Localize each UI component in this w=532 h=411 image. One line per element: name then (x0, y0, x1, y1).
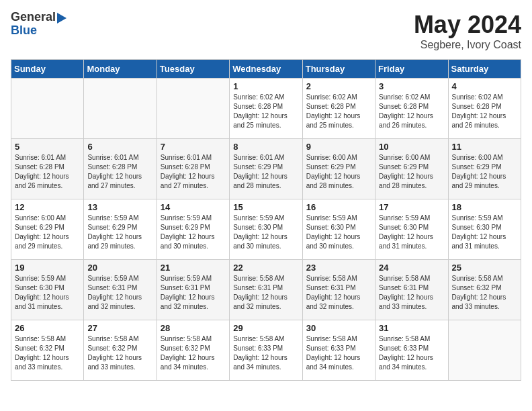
calendar-cell: 13Sunrise: 5:59 AM Sunset: 6:29 PM Dayli… (84, 199, 157, 260)
title-block: May 2024 Segbere, Ivory Coast (414, 11, 521, 51)
weekday-header-tuesday: Tuesday (157, 60, 229, 79)
calendar-cell: 4Sunrise: 6:02 AM Sunset: 6:28 PM Daylig… (448, 79, 521, 139)
day-number: 18 (452, 202, 517, 212)
location-subtitle: Segbere, Ivory Coast (414, 39, 521, 51)
calendar-week-row: 1Sunrise: 6:02 AM Sunset: 6:28 PM Daylig… (11, 79, 521, 139)
calendar-cell: 10Sunrise: 6:00 AM Sunset: 6:29 PM Dayli… (375, 139, 448, 199)
day-info: Sunrise: 6:00 AM Sunset: 6:29 PM Dayligh… (379, 153, 444, 191)
calendar-week-row: 12Sunrise: 6:00 AM Sunset: 6:29 PM Dayli… (11, 199, 521, 260)
calendar-cell: 6Sunrise: 6:01 AM Sunset: 6:28 PM Daylig… (84, 139, 157, 199)
day-number: 5 (15, 142, 80, 152)
logo-arrow-icon (57, 13, 66, 24)
day-number: 3 (379, 81, 444, 91)
calendar-cell (11, 79, 84, 139)
day-number: 14 (161, 202, 226, 212)
calendar-cell: 5Sunrise: 6:01 AM Sunset: 6:28 PM Daylig… (11, 139, 84, 199)
day-info: Sunrise: 6:02 AM Sunset: 6:28 PM Dayligh… (233, 93, 298, 130)
day-info: Sunrise: 6:01 AM Sunset: 6:28 PM Dayligh… (15, 153, 80, 191)
day-info: Sunrise: 5:59 AM Sunset: 6:30 PM Dayligh… (452, 214, 517, 251)
day-info: Sunrise: 5:58 AM Sunset: 6:33 PM Dayligh… (379, 334, 444, 372)
day-info: Sunrise: 6:02 AM Sunset: 6:28 PM Dayligh… (306, 93, 371, 130)
day-info: Sunrise: 5:59 AM Sunset: 6:30 PM Dayligh… (15, 274, 80, 312)
day-number: 24 (379, 263, 444, 273)
day-info: Sunrise: 6:01 AM Sunset: 6:28 PM Dayligh… (87, 153, 152, 191)
day-number: 25 (452, 263, 517, 273)
calendar-week-row: 5Sunrise: 6:01 AM Sunset: 6:28 PM Daylig… (11, 139, 521, 199)
day-info: Sunrise: 5:59 AM Sunset: 6:29 PM Dayligh… (87, 214, 152, 251)
day-number: 28 (161, 323, 226, 333)
calendar-cell: 26Sunrise: 5:58 AM Sunset: 6:32 PM Dayli… (11, 320, 84, 381)
day-info: Sunrise: 6:00 AM Sunset: 6:29 PM Dayligh… (15, 214, 80, 251)
logo-text-blue: Blue (11, 24, 66, 38)
calendar-cell: 16Sunrise: 5:59 AM Sunset: 6:30 PM Dayli… (302, 199, 375, 260)
day-number: 29 (233, 323, 298, 333)
day-info: Sunrise: 5:58 AM Sunset: 6:33 PM Dayligh… (233, 334, 298, 372)
day-number: 8 (233, 142, 298, 152)
day-number: 31 (379, 323, 444, 333)
day-number: 22 (233, 263, 298, 273)
day-info: Sunrise: 6:02 AM Sunset: 6:28 PM Dayligh… (452, 93, 517, 130)
calendar-cell: 28Sunrise: 5:58 AM Sunset: 6:32 PM Dayli… (157, 320, 229, 381)
day-number: 17 (379, 202, 444, 212)
calendar-cell: 12Sunrise: 6:00 AM Sunset: 6:29 PM Dayli… (11, 199, 84, 260)
calendar-cell: 31Sunrise: 5:58 AM Sunset: 6:33 PM Dayli… (375, 320, 448, 381)
day-number: 4 (452, 81, 517, 91)
day-info: Sunrise: 5:59 AM Sunset: 6:29 PM Dayligh… (161, 214, 226, 251)
day-info: Sunrise: 5:58 AM Sunset: 6:32 PM Dayligh… (15, 334, 80, 372)
day-number: 2 (306, 81, 371, 91)
day-number: 30 (306, 323, 371, 333)
day-number: 23 (306, 263, 371, 273)
weekday-header-sunday: Sunday (11, 60, 84, 79)
day-number: 26 (15, 323, 80, 333)
logo-text-general: General (11, 11, 56, 24)
weekday-header-wednesday: Wednesday (230, 60, 302, 79)
calendar-cell: 2Sunrise: 6:02 AM Sunset: 6:28 PM Daylig… (302, 79, 375, 139)
calendar-cell: 21Sunrise: 5:59 AM Sunset: 6:31 PM Dayli… (157, 260, 229, 320)
day-info: Sunrise: 5:59 AM Sunset: 6:30 PM Dayligh… (233, 214, 298, 251)
day-info: Sunrise: 5:58 AM Sunset: 6:31 PM Dayligh… (379, 274, 444, 312)
calendar-cell: 1Sunrise: 6:02 AM Sunset: 6:28 PM Daylig… (230, 79, 302, 139)
day-info: Sunrise: 5:58 AM Sunset: 6:31 PM Dayligh… (306, 274, 371, 312)
calendar-week-row: 26Sunrise: 5:58 AM Sunset: 6:32 PM Dayli… (11, 320, 521, 381)
day-info: Sunrise: 6:00 AM Sunset: 6:29 PM Dayligh… (306, 153, 371, 191)
day-number: 21 (161, 263, 226, 273)
day-number: 9 (306, 142, 371, 152)
day-info: Sunrise: 5:59 AM Sunset: 6:30 PM Dayligh… (306, 214, 371, 251)
weekday-header-thursday: Thursday (302, 60, 375, 79)
calendar-cell: 8Sunrise: 6:01 AM Sunset: 6:29 PM Daylig… (230, 139, 302, 199)
calendar-cell: 27Sunrise: 5:58 AM Sunset: 6:32 PM Dayli… (84, 320, 157, 381)
day-info: Sunrise: 6:02 AM Sunset: 6:28 PM Dayligh… (379, 93, 444, 130)
day-number: 16 (306, 202, 371, 212)
day-info: Sunrise: 5:58 AM Sunset: 6:31 PM Dayligh… (233, 274, 298, 312)
day-info: Sunrise: 6:01 AM Sunset: 6:29 PM Dayligh… (233, 153, 298, 191)
day-info: Sunrise: 5:58 AM Sunset: 6:33 PM Dayligh… (306, 334, 371, 372)
calendar-cell: 17Sunrise: 5:59 AM Sunset: 6:30 PM Dayli… (375, 199, 448, 260)
calendar-cell: 29Sunrise: 5:58 AM Sunset: 6:33 PM Dayli… (230, 320, 302, 381)
calendar-cell: 15Sunrise: 5:59 AM Sunset: 6:30 PM Dayli… (230, 199, 302, 260)
day-info: Sunrise: 5:59 AM Sunset: 6:31 PM Dayligh… (87, 274, 152, 312)
page-header: General Blue May 2024 Segbere, Ivory Coa… (11, 11, 521, 51)
calendar-cell: 14Sunrise: 5:59 AM Sunset: 6:29 PM Dayli… (157, 199, 229, 260)
calendar-table: SundayMondayTuesdayWednesdayThursdayFrid… (11, 59, 521, 381)
calendar-cell: 11Sunrise: 6:00 AM Sunset: 6:29 PM Dayli… (448, 139, 521, 199)
calendar-cell: 3Sunrise: 6:02 AM Sunset: 6:28 PM Daylig… (375, 79, 448, 139)
day-info: Sunrise: 5:59 AM Sunset: 6:31 PM Dayligh… (161, 274, 226, 312)
day-info: Sunrise: 5:59 AM Sunset: 6:30 PM Dayligh… (379, 214, 444, 251)
calendar-week-row: 19Sunrise: 5:59 AM Sunset: 6:30 PM Dayli… (11, 260, 521, 320)
day-info: Sunrise: 5:58 AM Sunset: 6:32 PM Dayligh… (452, 274, 517, 312)
weekday-header-saturday: Saturday (448, 60, 521, 79)
calendar-cell: 19Sunrise: 5:59 AM Sunset: 6:30 PM Dayli… (11, 260, 84, 320)
calendar-cell: 20Sunrise: 5:59 AM Sunset: 6:31 PM Dayli… (84, 260, 157, 320)
day-number: 1 (233, 81, 298, 91)
calendar-cell: 22Sunrise: 5:58 AM Sunset: 6:31 PM Dayli… (230, 260, 302, 320)
calendar-cell: 24Sunrise: 5:58 AM Sunset: 6:31 PM Dayli… (375, 260, 448, 320)
day-number: 27 (87, 323, 152, 333)
day-number: 12 (15, 202, 80, 212)
calendar-cell: 7Sunrise: 6:01 AM Sunset: 6:28 PM Daylig… (157, 139, 229, 199)
day-number: 7 (161, 142, 226, 152)
calendar-cell: 30Sunrise: 5:58 AM Sunset: 6:33 PM Dayli… (302, 320, 375, 381)
day-number: 10 (379, 142, 444, 152)
calendar-cell: 18Sunrise: 5:59 AM Sunset: 6:30 PM Dayli… (448, 199, 521, 260)
day-number: 13 (87, 202, 152, 212)
day-number: 11 (452, 142, 517, 152)
